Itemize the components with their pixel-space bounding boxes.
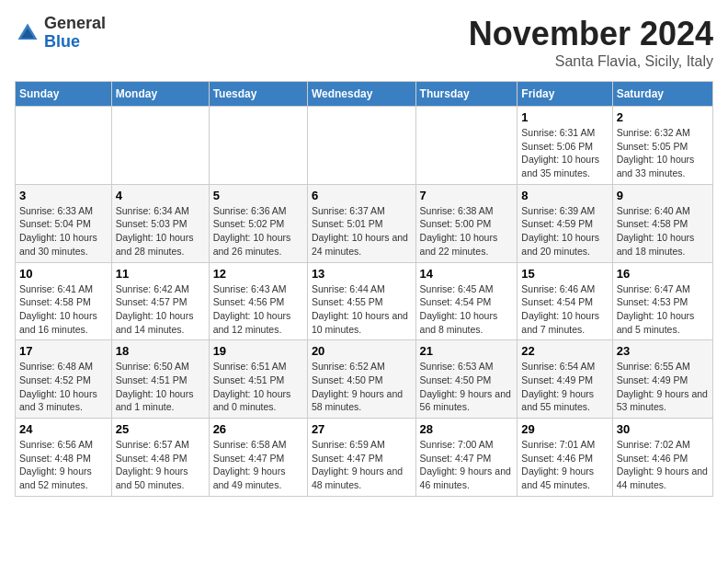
calendar-cell: 8Sunrise: 6:39 AM Sunset: 4:59 PM Daylig…: [518, 184, 612, 262]
day-number: 18: [116, 344, 205, 358]
day-info: Sunrise: 6:53 AM Sunset: 4:50 PM Dayligh…: [420, 360, 514, 414]
day-info: Sunrise: 6:57 AM Sunset: 4:48 PM Dayligh…: [116, 438, 205, 492]
calendar-cell: 22Sunrise: 6:54 AM Sunset: 4:49 PM Dayli…: [518, 340, 612, 419]
day-number: 25: [116, 422, 205, 436]
calendar-cell: 3Sunrise: 6:33 AM Sunset: 5:04 PM Daylig…: [16, 184, 112, 262]
calendar-cell: [111, 107, 209, 185]
day-info: Sunrise: 6:36 AM Sunset: 5:02 PM Dayligh…: [213, 204, 303, 259]
calendar-cell: 17Sunrise: 6:48 AM Sunset: 4:52 PM Dayli…: [16, 340, 112, 419]
day-info: Sunrise: 6:55 AM Sunset: 4:49 PM Dayligh…: [617, 360, 709, 414]
calendar-cell: 28Sunrise: 7:00 AM Sunset: 4:47 PM Dayli…: [415, 419, 518, 497]
calendar-cell: 19Sunrise: 6:51 AM Sunset: 4:51 PM Dayli…: [209, 340, 307, 419]
day-info: Sunrise: 7:00 AM Sunset: 4:47 PM Dayligh…: [420, 438, 514, 492]
day-info: Sunrise: 6:47 AM Sunset: 4:53 PM Dayligh…: [617, 282, 709, 337]
day-info: Sunrise: 6:42 AM Sunset: 4:57 PM Dayligh…: [116, 282, 205, 337]
calendar-cell: 13Sunrise: 6:44 AM Sunset: 4:55 PM Dayli…: [307, 262, 415, 340]
day-info: Sunrise: 6:32 AM Sunset: 5:05 PM Dayligh…: [617, 126, 709, 180]
calendar-header-row: SundayMondayTuesdayWednesdayThursdayFrid…: [16, 82, 713, 107]
day-number: 21: [420, 344, 514, 358]
calendar-cell: 26Sunrise: 6:58 AM Sunset: 4:47 PM Dayli…: [209, 419, 307, 497]
day-number: 12: [213, 267, 303, 281]
day-number: 3: [19, 189, 108, 202]
day-info: Sunrise: 6:31 AM Sunset: 5:06 PM Dayligh…: [521, 126, 608, 180]
day-info: Sunrise: 6:43 AM Sunset: 4:56 PM Dayligh…: [213, 282, 303, 337]
day-info: Sunrise: 6:45 AM Sunset: 4:54 PM Dayligh…: [420, 282, 514, 337]
calendar-cell: 25Sunrise: 6:57 AM Sunset: 4:48 PM Dayli…: [111, 419, 209, 497]
day-number: 29: [521, 422, 608, 436]
calendar-cell: 7Sunrise: 6:38 AM Sunset: 5:00 PM Daylig…: [415, 184, 518, 262]
day-info: Sunrise: 6:50 AM Sunset: 4:51 PM Dayligh…: [116, 360, 205, 414]
logo-icon: [15, 20, 40, 46]
day-info: Sunrise: 6:46 AM Sunset: 4:54 PM Dayligh…: [521, 282, 608, 337]
day-info: Sunrise: 6:39 AM Sunset: 4:59 PM Dayligh…: [521, 204, 608, 259]
day-of-week-header: Thursday: [415, 82, 518, 107]
calendar-cell: 30Sunrise: 7:02 AM Sunset: 4:46 PM Dayli…: [612, 419, 712, 497]
calendar-cell: 12Sunrise: 6:43 AM Sunset: 4:56 PM Dayli…: [209, 262, 307, 340]
day-of-week-header: Wednesday: [307, 82, 415, 107]
day-info: Sunrise: 6:56 AM Sunset: 4:48 PM Dayligh…: [19, 438, 108, 492]
day-number: 19: [213, 344, 303, 358]
calendar-cell: [209, 107, 307, 185]
calendar-cell: 2Sunrise: 6:32 AM Sunset: 5:05 PM Daylig…: [612, 107, 712, 185]
calendar-cell: [307, 107, 415, 185]
page-header: General Blue November 2024 Santa Flavia,…: [15, 15, 713, 70]
calendar-cell: [16, 107, 112, 185]
calendar-cell: 14Sunrise: 6:45 AM Sunset: 4:54 PM Dayli…: [415, 262, 518, 340]
calendar-table: SundayMondayTuesdayWednesdayThursdayFrid…: [15, 81, 713, 497]
calendar-cell: 20Sunrise: 6:52 AM Sunset: 4:50 PM Dayli…: [307, 340, 415, 419]
day-number: 16: [617, 267, 709, 281]
day-info: Sunrise: 6:33 AM Sunset: 5:04 PM Dayligh…: [19, 204, 108, 259]
day-number: 13: [312, 267, 412, 281]
day-number: 14: [420, 267, 514, 281]
calendar-cell: 9Sunrise: 6:40 AM Sunset: 4:58 PM Daylig…: [612, 184, 712, 262]
calendar-week-row: 10Sunrise: 6:41 AM Sunset: 4:58 PM Dayli…: [16, 262, 713, 340]
day-number: 5: [213, 189, 303, 202]
day-number: 23: [617, 344, 709, 358]
calendar-week-row: 17Sunrise: 6:48 AM Sunset: 4:52 PM Dayli…: [16, 340, 713, 419]
calendar-cell: 16Sunrise: 6:47 AM Sunset: 4:53 PM Dayli…: [612, 262, 712, 340]
title-block: November 2024 Santa Flavia, Sicily, Ital…: [469, 15, 713, 70]
day-of-week-header: Saturday: [612, 82, 712, 107]
calendar-cell: 6Sunrise: 6:37 AM Sunset: 5:01 PM Daylig…: [307, 184, 415, 262]
day-info: Sunrise: 6:41 AM Sunset: 4:58 PM Dayligh…: [19, 282, 108, 337]
day-number: 27: [312, 422, 412, 436]
day-number: 30: [617, 422, 709, 436]
logo: General Blue: [15, 15, 106, 52]
day-info: Sunrise: 6:40 AM Sunset: 4:58 PM Dayligh…: [617, 204, 709, 259]
calendar-week-row: 3Sunrise: 6:33 AM Sunset: 5:04 PM Daylig…: [16, 184, 713, 262]
calendar-cell: 21Sunrise: 6:53 AM Sunset: 4:50 PM Dayli…: [415, 340, 518, 419]
day-info: Sunrise: 6:51 AM Sunset: 4:51 PM Dayligh…: [213, 360, 303, 414]
day-number: 7: [420, 189, 514, 202]
calendar-week-row: 1Sunrise: 6:31 AM Sunset: 5:06 PM Daylig…: [16, 107, 713, 185]
calendar-cell: 15Sunrise: 6:46 AM Sunset: 4:54 PM Dayli…: [518, 262, 612, 340]
day-info: Sunrise: 6:37 AM Sunset: 5:01 PM Dayligh…: [312, 204, 412, 259]
calendar-cell: 11Sunrise: 6:42 AM Sunset: 4:57 PM Dayli…: [111, 262, 209, 340]
day-of-week-header: Sunday: [16, 82, 112, 107]
day-info: Sunrise: 7:01 AM Sunset: 4:46 PM Dayligh…: [521, 438, 608, 492]
day-number: 11: [116, 267, 205, 281]
day-info: Sunrise: 6:38 AM Sunset: 5:00 PM Dayligh…: [420, 204, 514, 259]
day-number: 10: [19, 267, 108, 281]
day-number: 8: [521, 189, 608, 202]
day-info: Sunrise: 6:52 AM Sunset: 4:50 PM Dayligh…: [312, 360, 412, 414]
day-info: Sunrise: 6:59 AM Sunset: 4:47 PM Dayligh…: [312, 438, 412, 492]
day-number: 2: [617, 110, 709, 124]
calendar-cell: 24Sunrise: 6:56 AM Sunset: 4:48 PM Dayli…: [16, 419, 112, 497]
calendar-cell: 29Sunrise: 7:01 AM Sunset: 4:46 PM Dayli…: [518, 419, 612, 497]
day-number: 28: [420, 422, 514, 436]
day-of-week-header: Tuesday: [209, 82, 307, 107]
day-number: 20: [312, 344, 412, 358]
day-number: 9: [617, 189, 709, 202]
day-number: 6: [312, 189, 412, 202]
day-number: 1: [521, 110, 608, 124]
day-info: Sunrise: 6:54 AM Sunset: 4:49 PM Dayligh…: [521, 360, 608, 414]
day-of-week-header: Friday: [518, 82, 612, 107]
calendar-cell: 4Sunrise: 6:34 AM Sunset: 5:03 PM Daylig…: [111, 184, 209, 262]
calendar-cell: 5Sunrise: 6:36 AM Sunset: 5:02 PM Daylig…: [209, 184, 307, 262]
calendar-cell: 1Sunrise: 6:31 AM Sunset: 5:06 PM Daylig…: [518, 107, 612, 185]
calendar-cell: 10Sunrise: 6:41 AM Sunset: 4:58 PM Dayli…: [16, 262, 112, 340]
day-info: Sunrise: 6:44 AM Sunset: 4:55 PM Dayligh…: [312, 282, 412, 337]
calendar-body: 1Sunrise: 6:31 AM Sunset: 5:06 PM Daylig…: [16, 107, 713, 497]
logo-text: General Blue: [44, 15, 106, 52]
logo-blue: Blue: [44, 32, 80, 51]
